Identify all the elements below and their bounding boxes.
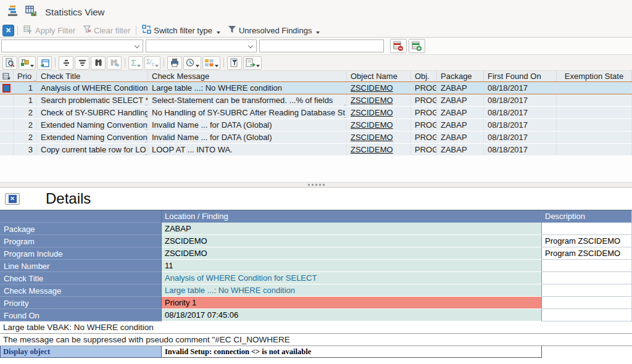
grid-body: 1 Analysis of WHERE Condition Large tabl…	[0, 82, 632, 156]
cell-object-name[interactable]: ZSCIDEMO	[347, 144, 411, 155]
details-row-value[interactable]: ZSCIDEMO	[162, 235, 542, 247]
column-header-exemption-state[interactable]: Exemption State	[557, 71, 632, 81]
findings-filter-icon	[228, 25, 236, 35]
subtotal-button[interactable]: Σ⁄Σ	[144, 56, 160, 70]
row-select-cell[interactable]	[0, 119, 14, 131]
cell-object-name[interactable]: ZSCIDEMO	[347, 82, 411, 94]
detail-view-button[interactable]	[2, 56, 17, 70]
hierarchy-icon	[20, 58, 30, 67]
details-row-value[interactable]: 11	[162, 260, 542, 272]
details-row: Line Number 11	[0, 260, 632, 272]
switch-filter-type-icon	[142, 25, 151, 36]
statistics-app-icon	[7, 5, 19, 19]
close-view-button[interactable]: ✕	[2, 25, 14, 36]
details-title: Details	[46, 190, 91, 207]
cell-exemption-state	[557, 119, 632, 131]
row-select-cell[interactable]	[0, 144, 14, 155]
close-details-button[interactable]: ✕	[5, 193, 20, 205]
column-header-check-title[interactable]: Check Title	[37, 71, 148, 81]
table-row[interactable]: 1 Analysis of WHERE Condition Large tabl…	[0, 82, 632, 94]
layout-icon	[204, 58, 214, 67]
column-header-package[interactable]: Package	[437, 71, 484, 81]
clear-filter-button[interactable]: Clear filter	[79, 24, 134, 37]
cell-obj: PROG	[411, 131, 437, 143]
details-row-value[interactable]: ZSCIDEMO	[162, 247, 542, 260]
filter-value-input[interactable]	[259, 39, 384, 52]
column-header-obj[interactable]: Obj.	[411, 71, 437, 81]
details-row: Found On 08/18/2017 07:45:06	[0, 309, 632, 321]
row-select-cell[interactable]	[0, 94, 14, 106]
details-row: Check Message Large table ...: No WHERE …	[0, 284, 632, 297]
column-header-check-message[interactable]: Check Message	[148, 71, 347, 81]
chevron-down-icon	[256, 65, 260, 67]
details-row-value[interactable]: Analysis of WHERE Condition for SELECT	[162, 272, 542, 284]
filter-operator-select[interactable]	[146, 39, 257, 52]
sort-ascending-icon	[62, 59, 71, 67]
table-row[interactable]: 2 Extended Naming Convention Invalid Nam…	[0, 119, 632, 131]
row-select-cell[interactable]	[0, 107, 14, 118]
save-list-button[interactable]	[227, 56, 242, 70]
cell-obj: PROG	[411, 144, 437, 155]
cell-object-name[interactable]: ZSCIDEMO	[347, 119, 411, 131]
find-icon	[94, 58, 103, 67]
row-select-cell[interactable]	[0, 131, 14, 143]
add-filter-row-button[interactable]	[409, 39, 425, 53]
cell-prio: 3	[14, 144, 37, 155]
details-row-description	[542, 284, 632, 297]
cell-object-name[interactable]: ZSCIDEMO	[347, 107, 411, 118]
sort-descending-button[interactable]	[75, 56, 89, 70]
details-row-description	[542, 260, 632, 272]
row-select-cell[interactable]	[0, 82, 14, 94]
horizontal-splitter[interactable]	[0, 182, 632, 188]
hierarchy-button[interactable]	[19, 56, 36, 70]
cell-exemption-state	[557, 94, 632, 106]
sort-descending-icon	[78, 59, 87, 67]
table-row[interactable]: 3 Copy current table row for LO LOOP AT …	[0, 144, 632, 156]
filter-column-select[interactable]	[1, 39, 143, 52]
select-all-header[interactable]	[0, 71, 14, 81]
cell-object-name[interactable]: ZSCIDEMO	[347, 131, 411, 143]
table-row[interactable]: 1 Search problematic SELECT * Select-Sta…	[0, 94, 632, 107]
remove-filter-row-button[interactable]	[390, 39, 407, 53]
views-button[interactable]	[183, 56, 201, 70]
column-header-object-name[interactable]: Object Name	[347, 71, 411, 81]
apply-filter-button[interactable]: Apply Filter	[20, 24, 79, 37]
cell-check-title: Extended Naming Convention	[37, 131, 148, 143]
views-icon	[185, 58, 195, 67]
details-row-value[interactable]: Large table ...: No WHERE condition	[162, 284, 542, 297]
find-next-button[interactable]	[107, 56, 122, 70]
display-object-link[interactable]: Display object	[0, 346, 162, 358]
cell-package: ZABAP	[437, 119, 484, 131]
find-button[interactable]	[91, 56, 106, 70]
subtotal-icon: Σ⁄Σ	[146, 58, 154, 67]
switch-filter-type-button[interactable]: Switch filter type	[138, 24, 224, 37]
cell-obj: PROG	[411, 107, 437, 118]
cell-exemption-state	[557, 131, 632, 143]
layout-button[interactable]	[202, 56, 220, 70]
print-button[interactable]	[167, 56, 182, 70]
unresolved-findings-button[interactable]: Unresolved Findings	[224, 24, 324, 37]
grid-header-row: Prio Check Title Check Message Object Na…	[0, 71, 632, 82]
table-row[interactable]: 2 Check of SY-SUBRC Handling No Handling…	[0, 107, 632, 119]
display-window-button[interactable]	[37, 56, 52, 70]
filter-row	[0, 38, 632, 55]
sum-icon: Σ	[131, 58, 136, 68]
cell-check-message: Large table ...: No WHERE condition	[148, 82, 347, 94]
details-row-label: Check Title	[0, 272, 162, 284]
details-row: Program ZSCIDEMO Program ZSCIDEMO	[0, 235, 632, 247]
details-row-description	[542, 223, 632, 235]
table-row[interactable]: 2 Extended Naming Convention Invalid Nam…	[0, 131, 632, 144]
details-header-row: Location / Finding Description	[0, 210, 632, 223]
details-panel: ✕ Details Location / Finding Description…	[0, 188, 632, 358]
details-row-value[interactable]: Priority 1	[162, 297, 542, 309]
column-header-prio[interactable]: Prio	[14, 71, 37, 81]
cell-prio: 2	[14, 107, 37, 118]
details-row-value[interactable]: 08/18/2017 07:45:06	[162, 309, 542, 321]
cell-object-name[interactable]: ZSCIDEMO	[347, 94, 411, 106]
title-bar: Statistics View	[0, 0, 632, 23]
sort-ascending-button[interactable]	[59, 56, 73, 70]
export-button[interactable]	[243, 56, 262, 70]
details-row-value[interactable]: ZABAP	[162, 223, 542, 235]
sum-button[interactable]: Σ	[128, 56, 143, 70]
column-header-first-found-on[interactable]: First Found On	[484, 71, 557, 81]
